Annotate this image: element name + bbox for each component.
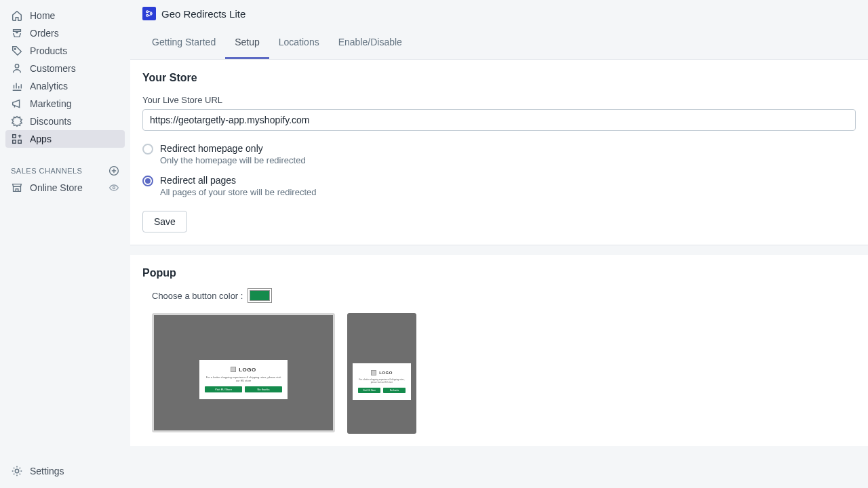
- home-icon: [11, 9, 23, 22]
- color-swatch[interactable]: [250, 290, 270, 301]
- nav-apps[interactable]: Apps: [5, 130, 125, 148]
- nav-label: Products: [30, 45, 67, 56]
- radio-label: Redirect homepage only: [160, 143, 306, 154]
- svg-point-10: [146, 14, 149, 16]
- channel-online-store[interactable]: Online Store: [5, 179, 125, 197]
- popup-card: LOGO For a better shopping experience & …: [199, 360, 288, 400]
- nav-label: Discounts: [30, 116, 71, 127]
- tab-setup[interactable]: Setup: [225, 27, 269, 59]
- nav-label: Marketing: [30, 98, 71, 109]
- nav-label: Orders: [30, 28, 59, 39]
- svg-point-9: [150, 13, 152, 15]
- megaphone-icon: [11, 98, 23, 110]
- popup-message: For a better shopping experience & shipp…: [358, 379, 406, 384]
- nav-marketing[interactable]: Marketing: [5, 95, 125, 113]
- channel-label: Online Store: [30, 182, 83, 193]
- settings-label: Settings: [30, 466, 64, 476]
- nav-home[interactable]: Home: [5, 7, 125, 24]
- discount-icon: [11, 115, 23, 127]
- section-gap: [130, 245, 868, 255]
- orders-icon: [11, 27, 23, 39]
- url-label: Your Live Store URL: [142, 95, 856, 105]
- nav-products[interactable]: Products: [5, 42, 125, 60]
- radio-label: Redirect all pages: [160, 175, 317, 186]
- sales-channels-header: SALES CHANNELS: [0, 159, 130, 179]
- image-icon: [231, 367, 236, 372]
- radio-icon: [142, 176, 153, 186]
- popup-btn-no: No thanks: [245, 386, 282, 392]
- popup-previews: LOGO For a better shopping experience & …: [152, 313, 856, 434]
- popup-title: Popup: [142, 267, 856, 279]
- nav-label: Apps: [30, 134, 52, 144]
- image-icon: [371, 370, 376, 375]
- radio-homepage-only[interactable]: Redirect homepage only Only the homepage…: [142, 143, 856, 165]
- gear-icon: [11, 465, 23, 477]
- app-title: Geo Redirects Lite: [161, 8, 245, 20]
- save-button[interactable]: Save: [142, 211, 187, 232]
- store-title: Your Store: [142, 72, 856, 84]
- sidebar-footer: Settings: [0, 462, 130, 488]
- tag-icon: [11, 45, 23, 57]
- nav-list: Home Orders Products Customers Analytics…: [0, 7, 130, 148]
- popup-btn-visit: Visit EU Store: [358, 388, 380, 393]
- popup-logo: LOGO: [379, 371, 393, 375]
- sidebar: Home Orders Products Customers Analytics…: [0, 0, 130, 488]
- nav-orders[interactable]: Orders: [5, 24, 125, 42]
- popup-logo: LOGO: [239, 367, 256, 373]
- popup-btn-visit: Visit EU Store: [205, 386, 242, 392]
- chart-icon: [11, 80, 23, 92]
- color-label: Choose a button color :: [152, 291, 243, 301]
- preview-desktop: LOGO For a better shopping experience & …: [152, 313, 335, 432]
- popup-message: For a better shopping experience & shipp…: [205, 376, 282, 383]
- nav-settings[interactable]: Settings: [5, 462, 125, 480]
- popup-btn-no: No thanks: [383, 388, 406, 393]
- eye-icon[interactable]: [108, 182, 119, 193]
- sales-channels-title: SALES CHANNELS: [11, 167, 82, 175]
- nav-label: Home: [30, 10, 55, 21]
- apps-icon: [11, 133, 23, 145]
- nav-label: Customers: [30, 63, 76, 74]
- tab-getting-started[interactable]: Getting Started: [142, 27, 225, 59]
- tab-locations[interactable]: Locations: [269, 27, 329, 59]
- radio-desc: Only the homepage will be redirected: [160, 155, 306, 165]
- app-header: Geo Redirects Lite: [130, 0, 868, 27]
- svg-rect-4: [13, 140, 16, 144]
- nav-customers[interactable]: Customers: [5, 60, 125, 77]
- nav-discounts[interactable]: Discounts: [5, 113, 125, 130]
- store-url-input[interactable]: [142, 109, 856, 131]
- app-logo-icon: [142, 7, 156, 20]
- svg-point-1: [15, 64, 18, 68]
- preview-mobile: LOGO For a better shopping experience & …: [347, 313, 416, 434]
- nav-label: Analytics: [30, 81, 68, 92]
- radio-all-pages[interactable]: Redirect all pages All pages of your sto…: [142, 175, 856, 197]
- svg-point-8: [146, 11, 149, 13]
- radio-desc: All pages of your store will be redirect…: [160, 187, 317, 197]
- svg-rect-2: [13, 135, 16, 138]
- nav-analytics[interactable]: Analytics: [5, 77, 125, 95]
- add-channel-icon[interactable]: [108, 165, 119, 176]
- svg-point-6: [113, 186, 115, 188]
- popup-section: Popup Choose a button color : LOGO For a…: [130, 255, 868, 446]
- tabs: Getting Started Setup Locations Enable/D…: [130, 27, 868, 60]
- tab-enable-disable[interactable]: Enable/Disable: [329, 27, 412, 59]
- color-picker-row: Choose a button color :: [152, 290, 856, 301]
- store-section: Your Store Your Live Store URL Redirect …: [130, 60, 868, 245]
- svg-rect-3: [18, 140, 22, 144]
- redirect-options: Redirect homepage only Only the homepage…: [142, 143, 856, 197]
- person-icon: [11, 62, 23, 75]
- svg-point-0: [14, 48, 16, 49]
- svg-point-7: [15, 469, 18, 472]
- radio-icon: [142, 144, 153, 155]
- popup-card: LOGO For a better shopping experience & …: [353, 363, 411, 400]
- store-icon: [11, 182, 23, 194]
- main: Geo Redirects Lite Getting Started Setup…: [130, 0, 868, 488]
